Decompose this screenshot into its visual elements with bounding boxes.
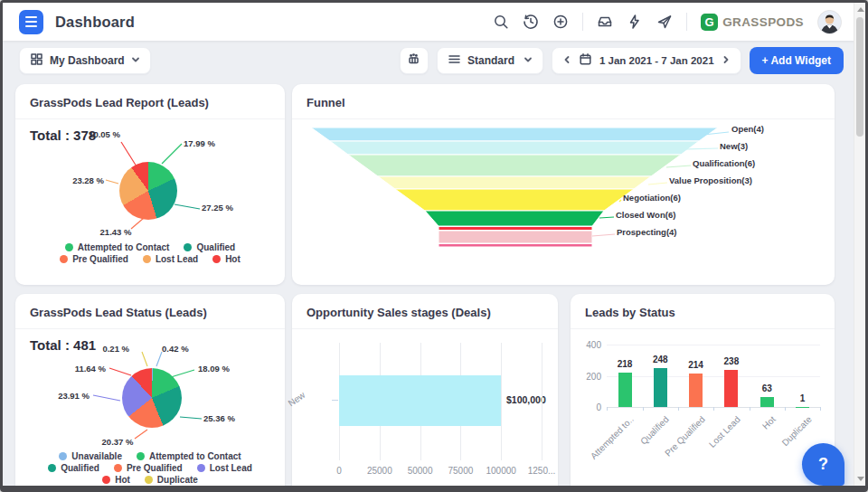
legend-item[interactable]: Pre Qualified: [60, 254, 128, 264]
y-tick-label: 0: [578, 402, 601, 412]
header-icons: G GRASSPODS: [493, 10, 842, 34]
status-bar[interactable]: [689, 374, 703, 407]
view-selector[interactable]: Standard: [437, 47, 543, 74]
inbox-icon[interactable]: [597, 14, 613, 30]
widget-leads-by-status: Leads by Status 0200400218Attempted to..…: [571, 294, 835, 492]
status-bar[interactable]: [760, 397, 774, 407]
funnel-stage[interactable]: [425, 211, 604, 226]
app-window: Dashboard G GRASSPODS: [0, 0, 868, 492]
history-icon[interactable]: [523, 14, 539, 30]
funnel-stage-label: Closed Won(6): [616, 210, 675, 220]
legend-item[interactable]: Pre Qualified: [114, 463, 183, 473]
search-icon[interactable]: [493, 14, 509, 30]
legend-label: Attempted to Contact: [78, 242, 170, 252]
user-avatar[interactable]: [817, 10, 842, 34]
dashboard-selector[interactable]: My Dashboard: [19, 47, 151, 74]
lead-status-legend: UnavailableAttempted to ContactQualified…: [15, 451, 285, 485]
gridline: [542, 343, 542, 460]
date-range-picker[interactable]: 1 Jan 2021 - 7 Jan 2021: [552, 47, 741, 74]
x-tick-label: 25000: [357, 466, 402, 476]
legend-dot: [65, 243, 73, 251]
tick: [332, 400, 338, 401]
scroll-down-arrow[interactable]: [857, 477, 864, 481]
legend-item[interactable]: Qualified: [184, 242, 235, 252]
scroll-up-arrow[interactable]: [857, 7, 864, 12]
legend-label: Qualified: [61, 463, 99, 473]
hamburger-menu-button[interactable]: [19, 10, 43, 34]
legend-item[interactable]: Lost Lead: [143, 254, 198, 264]
legend-dot: [197, 464, 205, 472]
add-widget-button[interactable]: + Add Widget: [750, 47, 844, 74]
legend-dot: [137, 452, 145, 460]
lead-status-pie-chart[interactable]: [122, 368, 182, 428]
chevron-right-icon[interactable]: [722, 54, 731, 67]
x-category-label: Lost Lead: [677, 414, 741, 478]
funnel-stage[interactable]: [378, 176, 651, 189]
pie-percent-label: 18.09 %: [198, 364, 245, 374]
legend-item[interactable]: Hot: [212, 254, 241, 264]
status-bar[interactable]: [724, 370, 738, 407]
widget-lead-status: GrassPods Lead Status (Leads) Total : 48…: [15, 294, 285, 492]
app-header: Dashboard G GRASSPODS: [3, 3, 865, 41]
status-bar[interactable]: [618, 373, 632, 407]
funnel-stage[interactable]: [311, 128, 718, 141]
scrollbar-thumb[interactable]: [856, 17, 863, 137]
pie-percent-label: 23.28 %: [53, 175, 104, 185]
legend-dot: [60, 255, 68, 263]
pie-leader-line: [93, 395, 120, 401]
legend-dot: [145, 476, 153, 484]
slideshow-button[interactable]: [400, 47, 429, 74]
gridline: [607, 376, 820, 377]
legend-item[interactable]: Attempted to Contact: [65, 242, 170, 252]
bar-value-label: 248: [642, 355, 678, 364]
widget-funnel: Funnel Open(4)New(3)Qualification(6)Valu…: [292, 84, 835, 285]
funnel-leader-line: [684, 148, 718, 149]
axis-tick: [607, 407, 608, 411]
grasspods-logo-icon: G: [701, 14, 718, 31]
funnel-leader-line: [619, 200, 621, 202]
funnel-leader-line: [592, 234, 615, 236]
x-tick-label: 75000: [438, 466, 483, 476]
legend-item[interactable]: Hot: [102, 475, 130, 485]
rocket-icon[interactable]: [656, 14, 673, 30]
brand-logo[interactable]: G GRASSPODS: [701, 14, 804, 31]
legend-dot: [184, 243, 192, 251]
deal-bar[interactable]: [339, 375, 501, 426]
funnel-stage[interactable]: [348, 155, 681, 176]
pie-percent-label: 0.42 %: [162, 344, 203, 354]
divider: [292, 118, 835, 119]
legend-item[interactable]: Qualified: [48, 463, 99, 473]
add-icon[interactable]: [552, 14, 569, 30]
toolbar-right: Standard 1 Jan 2021 - 7 Jan 2021 + Add W…: [400, 47, 844, 74]
leads-by-status-chart[interactable]: 0200400218Attempted to..248Qualified214P…: [571, 294, 835, 492]
status-bar[interactable]: [654, 368, 667, 407]
widget-lead-report: GrassPods Lead Report (Leads) Total : 37…: [15, 84, 285, 285]
legend-label: Lost Lead: [210, 463, 252, 473]
funnel-stage-label: Prospecting(4): [617, 227, 677, 237]
pie-leader-line: [121, 142, 137, 166]
legend-item[interactable]: Unavailable: [59, 451, 122, 461]
gridline: [501, 343, 502, 460]
funnel-stage[interactable]: [395, 189, 634, 211]
axis-tick: [820, 407, 821, 411]
funnel-leader-line: [599, 217, 614, 218]
funnel-stage[interactable]: [439, 231, 592, 243]
lead-report-pie-chart[interactable]: [119, 162, 177, 220]
x-category-label: Qualified: [607, 414, 671, 478]
view-selector-label: Standard: [467, 54, 514, 67]
opportunity-chart[interactable]: New $100,000 02500050000750001000001250.…: [292, 294, 558, 492]
legend-item[interactable]: Lost Lead: [197, 463, 252, 473]
funnel-stage[interactable]: [330, 141, 699, 155]
help-button[interactable]: ?: [802, 443, 844, 486]
chevron-left-icon[interactable]: [562, 54, 571, 67]
x-tick-label: 0: [316, 466, 362, 476]
legend-item[interactable]: Duplicate: [145, 475, 198, 485]
widget-title: Funnel: [292, 84, 835, 118]
bar-value-label: $100,000: [506, 394, 546, 405]
legend-item[interactable]: Attempted to Contact: [137, 451, 241, 461]
pie-leader-line: [106, 180, 118, 184]
bolt-icon[interactable]: [627, 14, 643, 30]
page-scrollbar[interactable]: [854, 3, 865, 486]
axis-tick: [643, 407, 644, 411]
legend-dot: [114, 464, 122, 472]
